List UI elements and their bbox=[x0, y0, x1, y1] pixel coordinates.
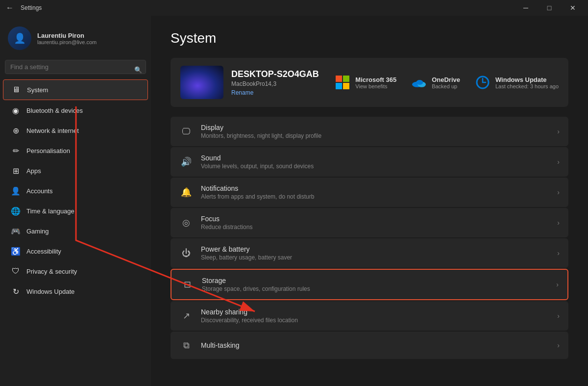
nav-label-network: Network & internet bbox=[26, 127, 79, 134]
settings-name-power: Power & battery bbox=[201, 245, 549, 253]
settings-desc-notifications: Alerts from apps and system, do not dist… bbox=[201, 193, 549, 200]
sidebar: 👤 Laurentiu Piron laurentiu.piron@live.c… bbox=[0, 16, 151, 386]
sidebar-item-gaming[interactable]: 🎮 Gaming bbox=[3, 221, 148, 241]
chevron-storage: › bbox=[556, 281, 559, 288]
nav-icon-system: 🖥 bbox=[11, 85, 21, 95]
back-button[interactable]: ← bbox=[4, 3, 16, 12]
chevron-display: › bbox=[557, 128, 560, 135]
chevron-sound: › bbox=[557, 158, 560, 166]
nav-label-gaming: Gaming bbox=[26, 228, 49, 235]
settings-item-display[interactable]: 🖵 Display Monitors, brightness, night li… bbox=[171, 117, 568, 146]
settings-item-focus[interactable]: ◎ Focus Reduce distractions › bbox=[171, 208, 568, 237]
service-status-windowsupdate: Last checked: 3 hours ago bbox=[495, 83, 559, 89]
minimize-button[interactable]: ─ bbox=[514, 0, 537, 16]
sidebar-item-personalisation[interactable]: ✏ Personalisation bbox=[3, 141, 148, 160]
sidebar-item-apps[interactable]: ⊞ Apps bbox=[3, 161, 148, 180]
sidebar-item-network[interactable]: ⊕ Network & internet bbox=[3, 121, 148, 140]
nav-label-accounts: Accounts bbox=[26, 187, 52, 195]
settings-list: 🖵 Display Monitors, brightness, night li… bbox=[171, 117, 568, 359]
nav-label-update: Windows Update bbox=[26, 288, 74, 295]
sidebar-item-bluetooth[interactable]: ◉ Bluetooth & devices bbox=[3, 101, 148, 120]
svg-rect-2 bbox=[336, 83, 342, 89]
nav-label-privacy: Privacy & security bbox=[26, 268, 77, 275]
device-thumbnail bbox=[180, 66, 223, 99]
user-info: Laurentiu Piron laurentiu.piron@live.com bbox=[37, 32, 97, 45]
chevron-nearby: › bbox=[557, 312, 560, 320]
settings-item-storage[interactable]: ⊟ Storage Storage space, drives, configu… bbox=[171, 269, 568, 300]
sidebar-item-time[interactable]: 🌐 Time & language bbox=[3, 201, 148, 221]
settings-name-sound: Sound bbox=[201, 154, 549, 162]
nav-label-apps: Apps bbox=[26, 167, 41, 175]
service-name-onedrive: OneDrive bbox=[432, 76, 460, 83]
nav-icon-accessibility: ♿ bbox=[11, 246, 21, 256]
sidebar-item-update[interactable]: ↻ Windows Update bbox=[3, 282, 148, 301]
settings-name-multitasking: Multi-tasking bbox=[201, 341, 549, 349]
nav-icon-accounts: 👤 bbox=[11, 186, 21, 196]
settings-item-multitasking[interactable]: ⧉ Multi-tasking › bbox=[171, 332, 568, 359]
settings-item-power[interactable]: ⏻ Power & battery Sleep, battery usage, … bbox=[171, 238, 568, 268]
chevron-power: › bbox=[557, 249, 560, 257]
device-model: MacBookPro14,3 bbox=[231, 80, 327, 87]
chevron-focus: › bbox=[557, 219, 560, 227]
svg-point-6 bbox=[416, 80, 423, 85]
user-profile[interactable]: 👤 Laurentiu Piron laurentiu.piron@live.c… bbox=[0, 21, 151, 58]
titlebar: ← Settings ─ □ ✕ bbox=[0, 0, 588, 16]
sidebar-item-system[interactable]: 🖥 System bbox=[3, 79, 148, 100]
nav-list: 🖥 System ◉ Bluetooth & devices ⊕ Network… bbox=[0, 79, 151, 302]
main-container: 👤 Laurentiu Piron laurentiu.piron@live.c… bbox=[0, 16, 588, 386]
user-name: Laurentiu Piron bbox=[37, 32, 97, 39]
settings-item-nearby[interactable]: ↗ Nearby sharing Discoverability, receiv… bbox=[171, 301, 568, 331]
settings-icon-notifications: 🔔 bbox=[179, 185, 193, 199]
settings-icon-focus: ◎ bbox=[179, 216, 193, 230]
settings-icon-display: 🖵 bbox=[179, 125, 193, 138]
sidebar-item-accounts[interactable]: 👤 Accounts bbox=[3, 181, 148, 201]
avatar: 👤 bbox=[8, 26, 31, 50]
settings-item-sound[interactable]: 🔊 Sound Volume levels, output, input, so… bbox=[171, 147, 568, 177]
nav-label-accessibility: Accessibility bbox=[26, 248, 61, 255]
device-rename-link[interactable]: Rename bbox=[231, 89, 327, 96]
service-status-onedrive: Backed up bbox=[432, 83, 460, 89]
nav-label-time: Time & language bbox=[26, 207, 74, 215]
service-icon-microsoft365 bbox=[335, 75, 350, 90]
search-input[interactable] bbox=[5, 60, 146, 74]
nav-label-personalisation: Personalisation bbox=[26, 147, 70, 154]
search-icon: 🔍 bbox=[134, 66, 142, 73]
maximize-button[interactable]: □ bbox=[538, 0, 561, 16]
settings-desc-storage: Storage space, drives, configuration rul… bbox=[202, 285, 548, 292]
settings-name-display: Display bbox=[201, 124, 549, 131]
settings-name-focus: Focus bbox=[201, 215, 549, 223]
sidebar-item-privacy[interactable]: 🛡 Privacy & security bbox=[3, 261, 148, 281]
settings-name-nearby: Nearby sharing bbox=[201, 308, 549, 316]
close-button[interactable]: ✕ bbox=[562, 0, 584, 16]
settings-icon-multitasking: ⧉ bbox=[179, 338, 193, 352]
service-name-windowsupdate: Windows Update bbox=[495, 76, 559, 83]
settings-desc-power: Sleep, battery usage, battery saver bbox=[201, 254, 549, 261]
service-windowsupdate[interactable]: Windows Update Last checked: 3 hours ago bbox=[475, 75, 559, 90]
service-onedrive[interactable]: OneDrive Backed up bbox=[411, 75, 460, 90]
nav-icon-personalisation: ✏ bbox=[11, 146, 21, 155]
content-area: System DESKTOP-S2O4GAB MacBookPro14,3 Re… bbox=[151, 16, 588, 386]
device-info: DESKTOP-S2O4GAB MacBookPro14,3 Rename bbox=[231, 69, 327, 96]
service-icon-windowsupdate bbox=[475, 75, 490, 90]
nav-label-bluetooth: Bluetooth & devices bbox=[26, 107, 83, 114]
nav-icon-privacy: 🛡 bbox=[11, 266, 21, 276]
device-thumbnail-inner bbox=[180, 66, 223, 99]
settings-name-notifications: Notifications bbox=[201, 184, 549, 192]
service-microsoft365[interactable]: Microsoft 365 View benefits bbox=[335, 75, 396, 90]
titlebar-left: ← Settings bbox=[4, 3, 42, 12]
svg-rect-1 bbox=[343, 76, 349, 82]
chevron-multitasking: › bbox=[557, 341, 560, 349]
titlebar-title: Settings bbox=[21, 4, 42, 11]
chevron-notifications: › bbox=[557, 188, 560, 196]
settings-icon-sound: 🔊 bbox=[179, 155, 193, 169]
service-icon-onedrive bbox=[411, 75, 427, 90]
device-name: DESKTOP-S2O4GAB bbox=[231, 69, 327, 79]
device-card: DESKTOP-S2O4GAB MacBookPro14,3 Rename Mi… bbox=[171, 58, 568, 107]
nav-label-system: System bbox=[27, 86, 48, 94]
settings-icon-nearby: ↗ bbox=[179, 309, 193, 323]
settings-icon-power: ⏻ bbox=[179, 246, 193, 260]
svg-rect-3 bbox=[343, 83, 349, 89]
settings-item-notifications[interactable]: 🔔 Notifications Alerts from apps and sys… bbox=[171, 178, 568, 207]
sidebar-item-accessibility[interactable]: ♿ Accessibility bbox=[3, 241, 148, 261]
service-name-microsoft365: Microsoft 365 bbox=[355, 76, 396, 83]
